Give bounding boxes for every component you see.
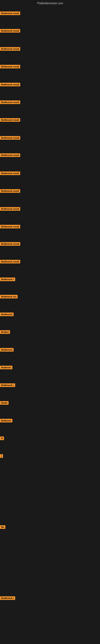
bottleneck-badge[interactable]: Bottleneck r [0, 278, 15, 281]
bottleneck-badge[interactable]: | [0, 454, 3, 458]
bottleneck-badge[interactable]: Bottleneck res [0, 295, 18, 298]
bottleneck-badge[interactable]: B [0, 436, 4, 440]
bottleneck-badge[interactable]: Bottlenec [0, 366, 12, 369]
bottleneck-badge[interactable]: Bottleneck [0, 312, 14, 316]
bottleneck-badge[interactable]: Bottlen [0, 330, 10, 334]
bottleneck-badge[interactable]: Bottlenec [0, 419, 12, 422]
bottleneck-badge[interactable]: Bottleneck result [0, 260, 20, 264]
bottleneck-badge[interactable]: Bottleneck r [0, 596, 15, 600]
bottleneck-badge[interactable]: Bottleneck result [0, 29, 20, 32]
bottleneck-badge[interactable]: Bottleneck result [0, 136, 20, 140]
bottleneck-badge[interactable]: Bottleneck result [0, 225, 20, 228]
bottleneck-badge[interactable]: Bottleneck result [0, 242, 20, 246]
bottleneck-badge[interactable]: Bottleneck result [0, 12, 20, 15]
bottleneck-badge[interactable]: Bottleneck result [0, 100, 20, 104]
bottleneck-badge[interactable]: Bo [0, 525, 5, 529]
bottleneck-badge[interactable]: Bottleneck result [0, 65, 20, 68]
bottleneck-badge[interactable]: Bottleneck result [0, 207, 20, 211]
bottleneck-badge[interactable]: Bottleneck result [0, 118, 20, 122]
site-title: TheBottlenecker.com [37, 2, 63, 5]
bottleneck-badge[interactable]: Bottleneck result [0, 153, 20, 157]
bottleneck-badge[interactable]: Bottleneck result [0, 47, 20, 51]
bottleneck-badge[interactable]: Bottleneck [0, 348, 14, 352]
bottleneck-badge[interactable]: Bottleneck result [0, 172, 20, 175]
bottleneck-badge[interactable]: Bottleneck r [0, 384, 15, 387]
bottleneck-badge[interactable]: Bottle [0, 401, 9, 405]
bottleneck-badge[interactable]: Bottleneck result [0, 189, 20, 193]
bottleneck-badge[interactable]: Bottleneck result [0, 83, 20, 86]
